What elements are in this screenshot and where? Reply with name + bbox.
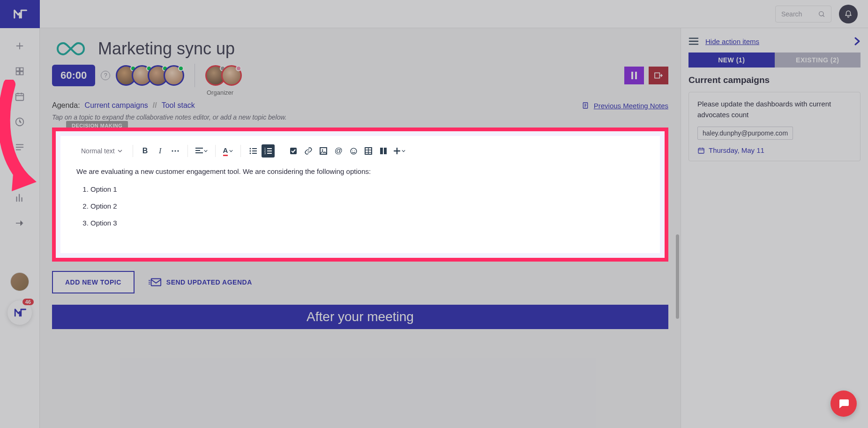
insert-button[interactable]	[392, 144, 407, 158]
recurring-icon	[52, 38, 90, 60]
previous-notes-link[interactable]: Previous Meeting Notes	[582, 101, 668, 110]
clock-icon[interactable]	[14, 116, 25, 128]
svg-rect-1	[20, 68, 23, 71]
svg-rect-28	[380, 148, 383, 154]
checkbox-button[interactable]	[287, 144, 300, 158]
svg-rect-31	[698, 148, 704, 153]
search-icon	[818, 10, 825, 18]
agenda-item-link[interactable]: Current campaigns	[85, 101, 148, 110]
user-avatar[interactable]	[10, 272, 29, 291]
attendee-avatars	[116, 65, 184, 86]
calendar-icon	[697, 147, 705, 154]
image-button[interactable]	[317, 144, 330, 158]
send-agenda-label: SEND UPDATED AGENDA	[166, 278, 252, 286]
bullet-list-button[interactable]	[247, 144, 260, 158]
add-icon[interactable]	[14, 40, 25, 52]
organizer-label: Organizer	[207, 89, 233, 96]
chat-button[interactable]	[831, 390, 857, 417]
svg-rect-29	[384, 148, 387, 154]
send-agenda-button[interactable]: SEND UPDATED AGENDA	[149, 278, 252, 287]
pause-button[interactable]	[624, 67, 644, 84]
chevron-right-icon[interactable]	[854, 37, 861, 46]
after-meeting-bar[interactable]: After your meeting	[52, 305, 668, 329]
notes-icon	[582, 101, 589, 110]
svg-point-26	[354, 150, 355, 150]
action-items-panel: Hide action items NEW (1) EXISTING (2) C…	[681, 28, 868, 428]
end-meeting-button[interactable]	[649, 67, 668, 84]
tip-text: Tap on a topic to expand the collaborati…	[52, 113, 668, 121]
bold-button[interactable]: B	[139, 144, 152, 158]
table-button[interactable]	[362, 144, 375, 158]
app-badge[interactable]: 46	[7, 300, 32, 325]
link-button[interactable]	[302, 144, 315, 158]
agenda-separator: //	[153, 101, 157, 110]
tab-new[interactable]: NEW (1)	[688, 53, 775, 68]
notification-count: 46	[22, 299, 34, 305]
svg-point-15	[250, 148, 251, 150]
search-box[interactable]	[775, 6, 831, 23]
scrollbar[interactable]	[676, 234, 679, 319]
chart-icon[interactable]	[14, 192, 25, 203]
action-item-card[interactable]: Please update the dashboards with curren…	[688, 92, 861, 161]
editor-toolbar: Normal text B I A 123 @	[76, 136, 644, 166]
list-item: Option 2	[90, 201, 644, 212]
due-date[interactable]: Thursday, May 11	[697, 146, 852, 154]
svg-rect-4	[16, 94, 24, 101]
italic-button[interactable]: I	[154, 144, 167, 158]
svg-point-16	[250, 150, 251, 152]
svg-rect-3	[20, 72, 23, 75]
notifications-button[interactable]	[839, 5, 858, 23]
text-color-button[interactable]: A	[221, 144, 235, 158]
attendee-avatars-secondary	[205, 65, 242, 86]
svg-point-25	[352, 150, 353, 150]
main-content: Marketing sync up 60:00 ? Organizer	[40, 28, 681, 428]
numbered-list-button[interactable]: 123	[262, 144, 275, 158]
avatar[interactable]	[221, 65, 242, 86]
columns-button[interactable]	[377, 144, 390, 158]
hide-action-items-link[interactable]: Hide action items	[705, 38, 759, 45]
topbar	[40, 0, 868, 28]
mail-icon	[149, 278, 162, 287]
tab-existing[interactable]: EXISTING (2)	[775, 53, 861, 68]
list-item: Option 3	[90, 218, 644, 229]
calendar-icon[interactable]	[14, 91, 25, 102]
emoji-button[interactable]	[347, 144, 360, 158]
svg-point-13	[174, 150, 176, 151]
text-style-dropdown[interactable]: Normal text	[76, 147, 127, 155]
list-icon[interactable]	[14, 142, 25, 153]
avatar-organizer[interactable]	[164, 65, 184, 86]
svg-point-17	[250, 153, 251, 154]
svg-rect-6	[16, 170, 24, 175]
meeting-timer[interactable]: 60:00	[52, 65, 95, 86]
svg-point-23	[322, 150, 323, 151]
agenda-label: Agenda:	[52, 101, 80, 110]
list-item: Option 1	[90, 184, 644, 195]
help-icon[interactable]: ?	[101, 71, 110, 80]
svg-point-12	[172, 150, 173, 151]
editor-body[interactable]: We are evaluating a new customer engagem…	[76, 166, 644, 229]
svg-point-14	[177, 150, 179, 151]
meeting-title: Marketing sync up	[98, 39, 235, 59]
action-item-text: Please update the dashboards with curren…	[697, 99, 852, 120]
svg-rect-0	[16, 68, 20, 71]
add-topic-button[interactable]: ADD NEW TOPIC	[52, 271, 135, 293]
app-logo[interactable]	[0, 0, 40, 28]
due-date-label: Thursday, May 11	[709, 146, 764, 154]
dashboard-icon[interactable]	[14, 66, 25, 77]
svg-rect-9	[635, 72, 637, 79]
menu-icon[interactable]	[688, 37, 699, 45]
mention-button[interactable]: @	[332, 144, 345, 158]
svg-rect-30	[151, 279, 161, 286]
arrow-right-icon[interactable]	[14, 218, 25, 229]
more-format-button[interactable]	[169, 144, 182, 158]
svg-rect-8	[631, 72, 633, 79]
svg-text:3: 3	[264, 152, 266, 154]
svg-point-24	[351, 148, 357, 154]
screen-icon[interactable]	[14, 167, 25, 178]
assignee-email[interactable]: haley.dunphy@purpome.com	[697, 127, 793, 140]
editor-card: Normal text B I A 123 @	[60, 136, 660, 253]
agenda-item-link[interactable]: Tool stack	[162, 101, 195, 110]
align-button[interactable]	[194, 144, 210, 158]
editor-highlight: Normal text B I A 123 @	[52, 128, 668, 262]
search-input[interactable]	[781, 10, 818, 18]
